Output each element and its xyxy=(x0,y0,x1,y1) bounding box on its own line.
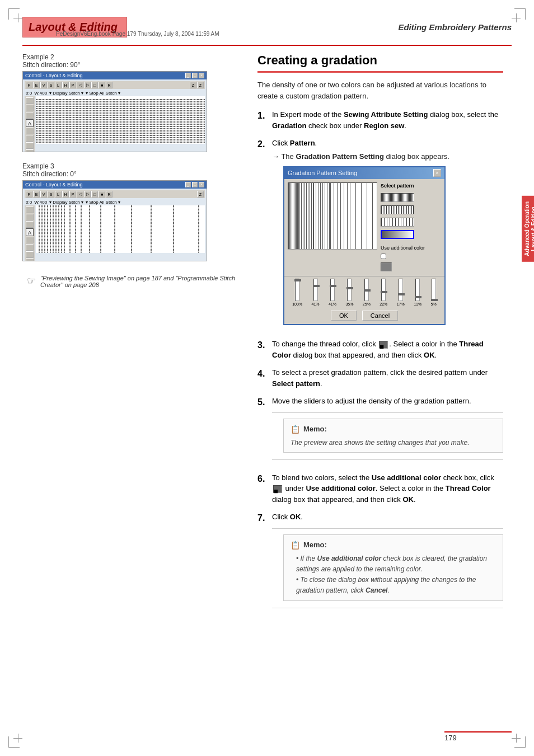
memo2-bullet-2: • To close the dialog box without applyi… xyxy=(296,575,496,596)
dialog-body: Select pattern Use additional color xyxy=(284,179,444,276)
section-heading: Creating a gradation xyxy=(257,53,503,73)
step2-arrow: → The Gradation Pattern Setting dialog b… xyxy=(272,151,503,162)
additional-color-icon[interactable]: ■ xyxy=(273,485,282,493)
crosshair-tr xyxy=(512,13,521,22)
slider-9: 5% xyxy=(431,279,437,308)
example3-label: Example 3 Stitch direction: 0° xyxy=(22,162,246,178)
example3-titlebar: Control - Layout & Editing _ □ × xyxy=(23,181,207,189)
pattern-btn-3[interactable] xyxy=(381,218,414,227)
select-pattern-label: Select pattern xyxy=(381,182,441,190)
slider-5: 25% xyxy=(363,279,371,308)
slider-3: 41% xyxy=(329,279,336,308)
step-6: 6. To blend two colors, select the Use a… xyxy=(257,472,503,505)
memo-box-2: 📋 Memo: • If the Use additional color ch… xyxy=(283,534,503,602)
pattern-btn-4[interactable] xyxy=(381,230,414,239)
dialog-titlebar: Gradation Pattern Setting × xyxy=(284,167,444,179)
step-5: 5. Move the sliders to adjust the densit… xyxy=(257,396,503,466)
page-number-area: 179 xyxy=(444,731,512,742)
example2-label: Example 2 Stitch direction: 90° xyxy=(22,53,246,69)
thread-color-icon[interactable]: ■ xyxy=(379,341,388,349)
crosshair-br xyxy=(512,734,521,743)
page-number: 179 xyxy=(444,734,457,742)
memo-box-1: 📋 Memo: The preview area shows the setti… xyxy=(283,419,503,453)
gradation-dialog: Gradation Pattern Setting × xyxy=(283,166,446,325)
dialog-close-button[interactable]: × xyxy=(433,169,441,177)
right-column: Creating a gradation The density of one … xyxy=(257,53,503,621)
crosshair-bl xyxy=(13,734,22,743)
step-4: 4. To select a preset gradation pattern,… xyxy=(257,367,503,389)
slider-4: 35% xyxy=(345,279,353,308)
slider-6: 22% xyxy=(380,279,387,308)
example3-screenshot: Control - Layout & Editing _ □ × FEV SLH… xyxy=(22,180,207,261)
intro-text: The density of one or two colors can be … xyxy=(257,79,503,101)
use-additional-checkbox[interactable] xyxy=(381,253,386,259)
additional-color-btn[interactable] xyxy=(381,262,392,271)
file-info: PeDesignV6Eng.book Page 179 Thursday, Ju… xyxy=(56,31,219,37)
note-text: "Previewing the Sewing Image" on page 18… xyxy=(40,275,242,288)
memo-icon-2: 📋 xyxy=(291,539,300,551)
step-3: 3. To change the thread color, click ■. … xyxy=(257,339,503,360)
memo1-text: The preview area shows the setting chang… xyxy=(291,438,496,448)
dialog-buttons: OK Cancel xyxy=(284,308,444,324)
steps-list: 1. In Expert mode of the Sewing Attribut… xyxy=(257,109,503,614)
dialog-ok-button[interactable]: OK xyxy=(331,311,357,321)
slider-7: 17% xyxy=(397,279,405,308)
side-tab: Advanced Operation Layout & Editing xyxy=(522,196,534,262)
slider-8: 11% xyxy=(414,279,421,308)
note-box: ☞ "Previewing the Sewing Image" on page … xyxy=(22,271,246,292)
example2-screenshot: Control - Layout & Editing _ □ × FEV SLH… xyxy=(22,71,207,152)
pattern-btn-2[interactable] xyxy=(381,205,414,214)
step-7: 7. Click OK. 📋 Memo: • If the Use additi… xyxy=(257,511,503,614)
dialog-right-panel: Select pattern Use additional color xyxy=(381,182,441,273)
step-1: 1. In Expert mode of the Sewing Attribut… xyxy=(257,109,503,131)
pattern-btn-1[interactable] xyxy=(381,193,414,202)
example2-titlebar: Control - Layout & Editing _ □ × xyxy=(23,72,207,79)
crosshair-tl xyxy=(13,13,22,22)
dialog-sliders: 100% 41% 41% 35% xyxy=(284,276,444,309)
use-additional-label: Use additional color xyxy=(381,245,441,259)
header-right-title: Editing Embroidery Patterns xyxy=(398,22,512,32)
note-icon: ☞ xyxy=(27,275,36,288)
dialog-preview xyxy=(288,182,377,250)
memo2-bullet-1: • If the Use additional color check box … xyxy=(296,553,496,575)
header-rule xyxy=(22,45,512,46)
slider-2: 41% xyxy=(312,279,320,308)
step-2: 2. Click Pattern. → The Gradation Patter… xyxy=(257,138,503,332)
memo-icon-1: 📋 xyxy=(291,424,300,435)
dialog-cancel-button[interactable]: Cancel xyxy=(362,311,398,321)
slider-1: 100% xyxy=(292,279,302,308)
left-column: Example 2 Stitch direction: 90° Control … xyxy=(22,53,246,292)
